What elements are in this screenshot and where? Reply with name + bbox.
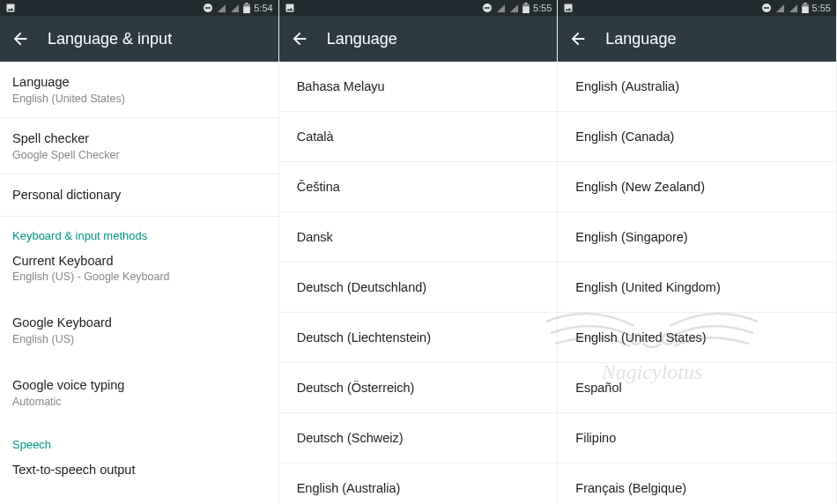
status-time: 5:55 (533, 3, 552, 13)
status-bar: 5:55 (279, 0, 558, 16)
section-header-speech: Speech (0, 420, 278, 458)
svg-rect-7 (524, 3, 527, 4)
screen-language-list-2: 5:55 Language English (Australia) Englis… (558, 0, 837, 504)
screen-language-list-1: 5:55 Language Bahasa Melayu Català Češti… (279, 0, 559, 504)
language-list[interactable]: Bahasa Melayu Català Čeština Dansk Deuts… (279, 62, 558, 504)
setting-subtitle: English (US) (12, 333, 266, 345)
setting-subtitle: English (United States) (12, 93, 266, 105)
setting-title: Current Keyboard (12, 253, 266, 270)
picture-icon (285, 3, 295, 13)
status-time: 5:55 (812, 3, 831, 13)
list-item[interactable]: English (United States) (558, 313, 836, 363)
list-item[interactable]: Bahasa Melayu (279, 62, 558, 112)
signal-icon-1 (775, 4, 785, 13)
setting-title: Text-to-speech output (12, 462, 266, 478)
signal-icon-2 (230, 4, 240, 13)
signal-icon-2 (509, 4, 519, 13)
list-item[interactable]: English (Australia) (279, 463, 558, 504)
setting-title: Google voice typing (12, 377, 266, 394)
setting-subtitle: Automatic (12, 396, 266, 408)
dnd-icon (482, 3, 493, 13)
svg-rect-12 (804, 3, 806, 4)
battery-icon (522, 3, 530, 13)
setting-subtitle: Google Spell Checker (12, 149, 266, 161)
list-item[interactable]: Deutsch (Schweiz) (279, 413, 558, 463)
back-icon[interactable] (568, 29, 588, 48)
app-bar: Language (558, 16, 836, 62)
signal-icon-2 (789, 4, 798, 13)
section-header-keyboard: Keyboard & input methods (0, 217, 278, 249)
list-item[interactable]: Filipino (558, 413, 836, 463)
dnd-icon (761, 3, 772, 13)
svg-rect-9 (522, 7, 530, 14)
setting-subtitle: English (US) - Google Keyboard (12, 271, 266, 283)
app-bar: Language & input (0, 16, 278, 62)
setting-personal-dictionary[interactable]: Personal dictionary (0, 174, 278, 217)
list-item[interactable]: English (United Kingdom) (558, 263, 836, 313)
setting-title: Google Keyboard (12, 315, 266, 331)
status-bar: 5:54 (0, 0, 278, 16)
svg-rect-4 (243, 7, 250, 14)
signal-icon-1 (496, 4, 506, 13)
app-bar-title: Language (605, 30, 676, 48)
setting-title: Personal dictionary (12, 187, 266, 204)
app-bar-title: Language (327, 30, 397, 48)
list-item[interactable]: English (Canada) (558, 112, 836, 162)
list-item[interactable]: Deutsch (Liechtenstein) (279, 313, 558, 363)
svg-rect-6 (485, 7, 490, 9)
setting-tts[interactable]: Text-to-speech output (0, 458, 278, 491)
setting-title: Language (12, 74, 266, 91)
setting-title: Spell checker (12, 130, 266, 147)
list-item[interactable]: Català (279, 112, 558, 162)
setting-spell-checker[interactable]: Spell checker Google Spell Checker (0, 118, 278, 174)
language-list[interactable]: English (Australia) English (Canada) Eng… (558, 62, 836, 504)
dnd-icon (203, 3, 213, 13)
status-time: 5:54 (254, 3, 272, 13)
settings-list: Language English (United States) Spell c… (0, 62, 278, 504)
back-icon[interactable] (11, 29, 30, 48)
list-item[interactable]: English (Singapore) (558, 212, 836, 263)
battery-icon (802, 3, 809, 13)
list-item[interactable]: Čeština (279, 162, 558, 212)
svg-rect-11 (764, 7, 769, 9)
picture-icon (563, 3, 574, 13)
setting-voice-typing[interactable]: Google voice typing Automatic (0, 358, 278, 420)
list-item[interactable]: Español (558, 363, 836, 413)
screen-language-input: 5:54 Language & input Language English (… (0, 0, 279, 504)
list-item[interactable]: Deutsch (Österreich) (279, 363, 558, 413)
signal-icon-1 (217, 4, 226, 13)
app-bar: Language (279, 16, 558, 62)
setting-current-keyboard[interactable]: Current Keyboard English (US) - Google K… (0, 249, 278, 296)
list-item[interactable]: Dansk (279, 212, 558, 263)
list-item[interactable]: Deutsch (Deutschland) (279, 263, 558, 313)
list-item[interactable]: Français (Belgique) (558, 463, 836, 504)
app-bar-title: Language & input (48, 30, 172, 48)
svg-rect-1 (205, 7, 211, 9)
picture-icon (5, 3, 16, 13)
svg-rect-2 (246, 3, 248, 4)
setting-google-keyboard[interactable]: Google Keyboard English (US) (0, 295, 278, 358)
svg-rect-14 (802, 7, 809, 14)
list-item[interactable]: English (New Zealand) (558, 162, 836, 212)
list-item[interactable]: English (Australia) (558, 62, 836, 112)
status-bar: 5:55 (558, 0, 836, 16)
battery-icon (243, 3, 250, 13)
back-icon[interactable] (290, 29, 309, 48)
setting-language[interactable]: Language English (United States) (0, 62, 278, 118)
